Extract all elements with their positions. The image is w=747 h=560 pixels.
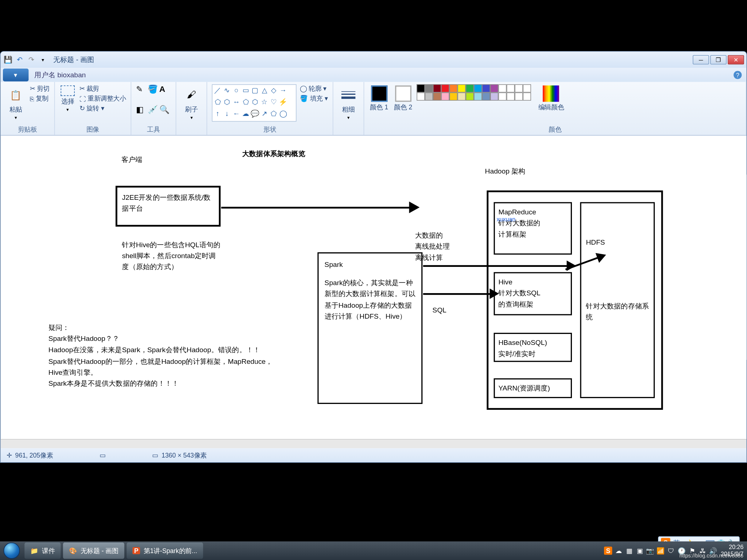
close-button[interactable]: ✕: [728, 55, 744, 65]
rainbow-icon: [543, 85, 560, 102]
coords-icon: ✛: [7, 451, 12, 459]
group-tools: ✎ 🪣 A ◧ 💉 🔍 工具: [131, 82, 176, 135]
hadoop-label: Hadoop 架构: [485, 166, 526, 177]
maximize-button[interactable]: ❐: [710, 55, 727, 65]
fill-button[interactable]: 🪣 填充 ▾: [300, 94, 328, 103]
hbase-box: HBase(NoSQL) 实时/准实时: [494, 333, 572, 362]
horizontal-scrollbar[interactable]: [1, 439, 747, 448]
tray-shield-icon[interactable]: 🛡: [667, 547, 675, 555]
shapes-gallery[interactable]: ／∿○▭▢△◇→ ⬠⬡↔⬠⬡☆♡⚡ ↑↓←☁💬↗⬠◯: [212, 84, 297, 121]
thickness-icon: [339, 85, 358, 104]
clipboard-icon: 📋: [7, 85, 25, 104]
tray-cloud-icon[interactable]: ☁: [615, 547, 623, 555]
question-text: 疑问： Spark替代Hadoop？？ Hadoop在没落，未来是Spark，S…: [49, 322, 282, 389]
status-coords: 961, 205像素: [15, 451, 53, 460]
picker-icon[interactable]: 💉: [148, 105, 158, 114]
thickness-button[interactable]: 粗细 ▾: [338, 84, 359, 121]
crop-icon: ✂: [80, 85, 85, 93]
color-palette[interactable]: [417, 84, 534, 101]
redo-icon[interactable]: ↷: [26, 55, 37, 65]
arrow-1: [221, 207, 414, 209]
arrow-3: [423, 293, 493, 295]
quick-access: 💾 ↶ ↷ ▾: [3, 55, 49, 65]
color1-button[interactable]: 颜色 1: [369, 84, 389, 113]
group-colors: 颜色 1 颜色 2 编辑颜色 颜色: [364, 82, 746, 135]
hive-note: 针对Hive的一些包含HQL语句的shell脚本，然后crontab定时调度（原…: [122, 240, 221, 273]
canvas-area[interactable]: 大数据体系架构概览 客户端 Hadoop 架构 J2EE开发的一些数据系统/数据…: [1, 136, 747, 439]
fill-icon[interactable]: 🪣: [148, 84, 158, 94]
color2-button[interactable]: 颜色 2: [393, 84, 413, 113]
titlebar: 💾 ↶ ↷ ▾ 无标题 - 画图 ─ ❐ ✕: [1, 52, 747, 68]
cut-button[interactable]: ✂剪切: [30, 84, 50, 93]
tray-sogou-icon[interactable]: S: [604, 547, 612, 555]
hive-box: Hive 针对大数SQL 的查询框架: [494, 272, 572, 315]
diagram-title: 大数据体系架构概览: [242, 148, 305, 160]
taskbar-item-folder[interactable]: 📁课件: [24, 542, 61, 559]
copy-button[interactable]: ⎘复制: [30, 94, 50, 103]
pencil-icon[interactable]: ✎: [136, 84, 147, 94]
mr-watermark: xuxuan: [497, 215, 516, 225]
statusbar: ✛ 961, 205像素 ▭ ▭ 1360 × 543像素: [1, 448, 747, 462]
brush-icon: 🖌: [182, 85, 201, 104]
tray-camera-icon[interactable]: 📷: [646, 547, 654, 555]
ribbon: 📋 粘贴 ▾ ✂剪切 ⎘复制 剪贴板 选择 ▾ ✂裁剪: [1, 82, 747, 136]
resize-button[interactable]: ⛶重新调整大小: [80, 94, 126, 103]
watermark: https://blog.csdn.net/lvoo86: [680, 553, 743, 559]
tray-app2-icon[interactable]: ▣: [636, 547, 644, 555]
minimize-button[interactable]: ─: [693, 55, 709, 65]
tray-wifi-icon[interactable]: 📶: [657, 547, 665, 555]
tray-app-icon[interactable]: ▦: [625, 547, 633, 555]
windows-orb-icon: [4, 542, 20, 559]
arrowhead-1: [409, 202, 420, 213]
group-brushes: 🖌 刷子 ▾: [176, 82, 207, 135]
mapreduce-box: MapReduce 针对大数据的 计算框架 xuxuan: [494, 202, 572, 254]
menubar: ▾ 用户名 bioxaban ?: [1, 68, 747, 82]
home-tab[interactable]: 用户名 bioxaban: [34, 70, 86, 80]
spark-box: Spark Spark的核心，其实就是一种新型的大数据计算框架。可以基于Hado…: [317, 252, 422, 404]
canvas-content: 大数据体系架构概览 客户端 Hadoop 架构 J2EE开发的一些数据系统/数据…: [1, 136, 730, 433]
group-image: 选择 ▾ ✂裁剪 ⛶重新调整大小 ↻旋转 ▾ 图像: [55, 82, 131, 135]
selection-icon: ▭: [100, 451, 105, 459]
client-label: 客户端: [121, 154, 143, 166]
file-menu[interactable]: ▾: [3, 69, 28, 81]
paste-button[interactable]: 📋 粘贴 ▾: [5, 84, 26, 121]
edit-colors-button[interactable]: 编辑颜色: [537, 84, 565, 113]
help-icon[interactable]: ?: [734, 71, 742, 79]
hdfs-box: HDFS 针对大数据的存储系统: [580, 202, 655, 398]
outline-button[interactable]: ◯ 轮廓 ▾: [300, 84, 328, 93]
group-clipboard: 📋 粘贴 ▾ ✂剪切 ⎘复制 剪贴板: [1, 82, 55, 135]
undo-icon[interactable]: ↶: [15, 55, 25, 65]
group-shapes: ／∿○▭▢△◇→ ⬠⬡↔⬠⬡☆♡⚡ ↑↓←☁💬↗⬠◯ ◯ 轮廓 ▾ 🪣 填充 ▾…: [207, 82, 333, 135]
scissors-icon: ✂: [30, 85, 35, 93]
status-size: 1360 × 543像素: [162, 451, 207, 460]
sql-note: SQL: [433, 305, 446, 316]
copy-icon: ⎘: [30, 95, 34, 102]
brushes-button[interactable]: 🖌 刷子 ▾: [181, 84, 202, 121]
taskbar: 📁课件 🎨无标题 - 画图 P第1讲-Spark的前... S ☁ ▦ ▣ 📷 …: [0, 541, 747, 560]
rotate-icon: ↻: [80, 105, 85, 112]
group-thickness: 粗细 ▾: [333, 82, 364, 135]
save-icon[interactable]: 💾: [3, 55, 13, 65]
resize-icon: ⛶: [80, 95, 86, 102]
select-button[interactable]: 选择 ▾: [59, 84, 76, 113]
ppt-icon: P: [132, 547, 140, 554]
j2ee-box: J2EE开发的一些数据系统/数据平台: [116, 186, 221, 227]
crop-button[interactable]: ✂裁剪: [80, 84, 126, 93]
rotate-button[interactable]: ↻旋转 ▾: [80, 104, 126, 113]
select-icon: [61, 85, 74, 96]
zoom-icon[interactable]: 🔍: [159, 105, 170, 114]
taskbar-item-paint[interactable]: 🎨无标题 - 画图: [63, 542, 124, 559]
color2-well: [395, 85, 411, 102]
window-title: 无标题 - 画图: [53, 55, 94, 65]
color1-well: [371, 85, 387, 102]
folder-icon: 📁: [30, 547, 38, 555]
text-icon[interactable]: A: [159, 84, 170, 94]
size-icon: ▭: [152, 451, 158, 459]
taskbar-item-ppt[interactable]: P第1讲-Spark的前...: [127, 542, 203, 559]
eraser-icon[interactable]: ◧: [136, 105, 147, 114]
start-button[interactable]: [0, 541, 23, 560]
paint-icon: 🎨: [69, 547, 77, 555]
qat-dropdown-icon[interactable]: ▾: [38, 55, 49, 65]
yarn-box: YARN(资源调度): [494, 378, 572, 398]
